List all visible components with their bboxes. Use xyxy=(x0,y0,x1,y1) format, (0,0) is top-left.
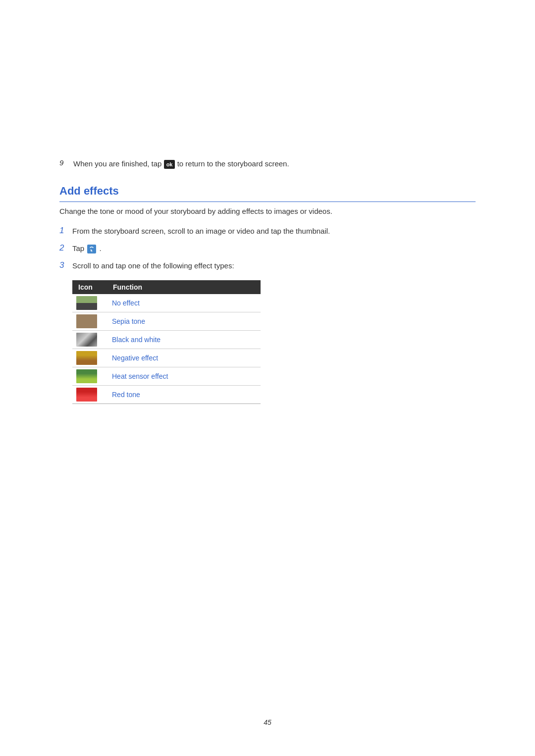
table-row: No effect xyxy=(72,294,261,312)
step-2: 2 Tap . xyxy=(59,243,476,254)
table-header-icon: Icon xyxy=(72,280,107,294)
icon-cell-heat xyxy=(72,367,107,386)
icon-cell-sepia xyxy=(72,312,107,331)
icon-cell-red xyxy=(72,386,107,404)
step-2-number: 2 xyxy=(59,243,68,253)
svg-rect-0 xyxy=(87,245,96,253)
table-row: Black and white xyxy=(72,331,261,349)
page-number: 45 xyxy=(264,718,271,726)
effects-table: Icon Function No effect Sepia tone xyxy=(72,280,261,404)
table-row: Negative effect xyxy=(72,349,261,367)
function-cell-sepia: Sepia tone xyxy=(107,312,261,331)
step-2-text: Tap . xyxy=(72,243,102,254)
function-cell-red: Red tone xyxy=(107,386,261,404)
step-3: 3 Scroll to and tap one of the following… xyxy=(59,260,476,272)
ok-badge: ok xyxy=(164,160,175,169)
function-cell-negative: Negative effect xyxy=(107,349,261,367)
step-1-text: From the storyboard screen, scroll to an… xyxy=(72,226,330,237)
thumb-negative xyxy=(76,351,97,365)
table-row: Red tone xyxy=(72,386,261,404)
icon-cell-bw xyxy=(72,331,107,349)
step-1: 1 From the storyboard screen, scroll to … xyxy=(59,226,476,237)
table-row: Heat sensor effect xyxy=(72,367,261,386)
step-1-number: 1 xyxy=(59,226,68,236)
steps-list: 1 From the storyboard screen, scroll to … xyxy=(59,226,476,271)
step-9-number: 9 xyxy=(59,158,69,167)
step-3-text: Scroll to and tap one of the following e… xyxy=(72,260,234,272)
page-container: 9 When you are finished, tap ok to retur… xyxy=(0,0,535,756)
thumb-no-effect xyxy=(76,296,97,310)
table-row: Sepia tone xyxy=(72,312,261,331)
step-9: 9 When you are finished, tap ok to retur… xyxy=(59,158,476,170)
thumb-red xyxy=(76,388,97,402)
function-cell-no-effect: No effect xyxy=(107,294,261,312)
thumb-sepia xyxy=(76,314,97,328)
step-9-text-before: When you are finished, tap xyxy=(73,159,161,168)
step-3-number: 3 xyxy=(59,260,68,270)
step-9-text: When you are finished, tap ok to return … xyxy=(73,158,289,170)
icon-cell-negative xyxy=(72,349,107,367)
function-cell-heat: Heat sensor effect xyxy=(107,367,261,386)
step-9-text-after: to return to the storyboard screen. xyxy=(177,159,289,168)
function-cell-bw: Black and white xyxy=(107,331,261,349)
section-description: Change the tone or mood of your storyboa… xyxy=(59,206,476,217)
thumb-heat xyxy=(76,369,97,383)
table-header-function: Function xyxy=(107,280,261,294)
thumb-bw xyxy=(76,333,97,347)
section-title: Add effects xyxy=(59,185,476,202)
icon-cell-no-effect xyxy=(72,294,107,312)
tap-icon xyxy=(86,244,97,254)
